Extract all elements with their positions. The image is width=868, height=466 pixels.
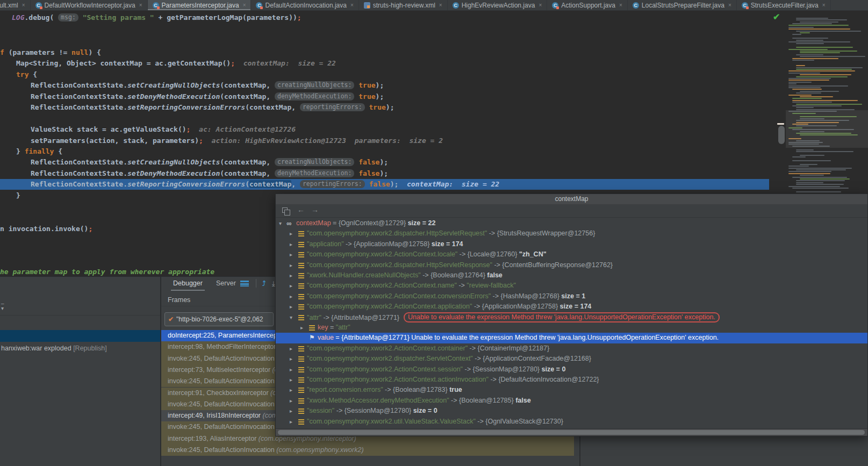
variable-tree-row[interactable]: ▸"com.opensymphony.xwork2.dispatcher.Htt…	[276, 260, 867, 270]
stack-frame-row[interactable]: invoke:245, DefaultActionInvocation (com…	[161, 445, 574, 456]
collapse-icon[interactable]: –▾	[1, 301, 4, 311]
close-tab-icon[interactable]: ×	[350, 2, 354, 8]
variable-tree-row[interactable]: ▸"com.opensymphony.xwork2.ActionContext.…	[276, 302, 867, 312]
server-selected-row[interactable]	[0, 330, 160, 342]
variable-tree-row[interactable]: ▸"com.opensymphony.xwork2.dispatcher.Ser…	[276, 354, 867, 364]
chevron-down-icon[interactable]: ▾	[290, 312, 292, 322]
minimap-code-bar	[796, 149, 814, 150]
chevron-right-icon[interactable]: ▸	[290, 406, 292, 416]
chevron-right-icon[interactable]: ▸	[290, 417, 292, 427]
close-tab-icon[interactable]: ×	[539, 2, 542, 8]
minimap-code-bar	[792, 100, 858, 101]
close-tab-icon[interactable]: ×	[619, 2, 622, 8]
value-icon	[298, 367, 304, 372]
close-tab-icon[interactable]: ×	[822, 2, 826, 8]
variable-tree-row[interactable]: ▸"com.opensymphony.xwork2.util.ValueStac…	[276, 417, 867, 427]
variable-tree-row[interactable]: ▸"xwork.MethodAccessor.denyMethodExecuti…	[276, 396, 867, 406]
show-execution-point-icon[interactable]: ⤴	[262, 279, 266, 288]
tab-server[interactable]: Server	[216, 279, 236, 287]
minimap-code-bar	[800, 175, 824, 176]
minimap-code-bar	[796, 169, 846, 170]
minimap-code-bar	[788, 173, 830, 174]
chevron-right-icon[interactable]: ▸	[290, 291, 292, 302]
chevron-right-icon[interactable]: ▸	[290, 385, 292, 395]
chevron-right-icon[interactable]: ▸	[290, 249, 292, 260]
editor-tab-struts-high-review-xml[interactable]: struts-high-review.xml×	[359, 0, 448, 10]
deployed-artifact-row[interactable]: hanxiweb:war exploded [Republish]	[1, 343, 160, 354]
java-file-icon: C	[552, 2, 558, 9]
variable-tree-row[interactable]: ▸"com.opensymphony.xwork2.ActionContext.…	[276, 291, 867, 302]
close-tab-icon[interactable]: ×	[22, 2, 25, 8]
editor-tab-parametersinterceptor-java[interactable]: CParametersInterceptor.java×	[148, 0, 252, 10]
chevron-right-icon[interactable]: ▸	[290, 354, 292, 364]
forward-icon[interactable]: →	[311, 205, 319, 214]
editor-tab-localstrutspreparefilter-java[interactable]: CLocalStrutsPrepareFilter.java×	[628, 0, 737, 10]
variable-tree-row[interactable]: ▸"com.opensymphony.xwork2.ActionContext.…	[276, 343, 867, 354]
close-tab-icon[interactable]: ×	[243, 2, 246, 8]
chevron-right-icon[interactable]: ▸	[290, 302, 292, 312]
chevron-right-icon[interactable]: ▸	[290, 375, 292, 385]
step-into-icon[interactable]: ⤓	[272, 279, 275, 288]
row-text: "com.opensymphony.xwork2.ActionContext.a…	[307, 302, 591, 312]
row-text: "com.opensymphony.xwork2.dispatcher.Http…	[307, 260, 613, 270]
chevron-right-icon[interactable]: ▸	[290, 281, 292, 291]
code-minimap[interactable]	[786, 11, 868, 193]
chevron-right-icon[interactable]: ▸	[300, 322, 303, 333]
editor-tab-ult-xml[interactable]: ult.xml×	[0, 0, 31, 10]
minimap-code-bar	[792, 160, 831, 161]
minimap-code-bar	[796, 184, 844, 185]
editor-tab-defaultactioninvocation-java[interactable]: CDefaultActionInvocation.java×	[251, 0, 358, 10]
variable-tree-row[interactable]: ▸"xwork.NullHandler.createNullObjects" -…	[276, 270, 867, 281]
minimap-viewport[interactable]	[786, 110, 868, 148]
variable-tree-row[interactable]: ▾∞contextMap = {OgnlContext@12729} size …	[276, 218, 867, 228]
tab-label: StrutsExecuteFilter.java	[751, 2, 819, 9]
minimap-code-bar	[788, 49, 828, 50]
chevron-right-icon[interactable]: ▸	[290, 270, 292, 281]
chevron-right-icon[interactable]: ▸	[290, 364, 292, 375]
row-text: "xwork.NullHandler.createNullObjects" ->…	[307, 270, 503, 281]
view-options-icon[interactable]	[282, 207, 288, 213]
variable-tree-row[interactable]: ▸"com.opensymphony.xwork2.ActionContext.…	[276, 249, 867, 260]
minimap-code-bar	[796, 69, 852, 70]
row-text: "com.opensymphony.xwork2.util.ValueStack…	[307, 417, 563, 427]
variable-tree-row[interactable]: ▸"application" -> {ApplicationMap@12758}…	[276, 239, 867, 249]
variable-tree-row[interactable]: ▸"com.opensymphony.xwork2.dispatcher.Htt…	[276, 228, 867, 239]
chevron-right-icon[interactable]: ▸	[290, 396, 292, 406]
variable-tree-row[interactable]: ▸"session" -> {SessionMap@12780} size = …	[276, 406, 867, 416]
close-tab-icon[interactable]: ×	[439, 2, 442, 8]
variable-tree-row[interactable]: ⚑value = {AttributeMap@12771} Unable to …	[276, 333, 867, 343]
variable-tree-row[interactable]: ▾"attr" -> {AttributeMap@12771}Unable to…	[276, 312, 867, 322]
minimap-code-bar	[800, 164, 817, 165]
thread-selector[interactable]: ✔"http-bio-7026-exec-5"@2,062	[164, 312, 274, 326]
chevron-right-icon[interactable]: ▸	[290, 343, 292, 354]
java-file-icon: C	[633, 2, 639, 9]
variable-tree-row[interactable]: ▸key = "attr"	[276, 322, 867, 333]
back-icon[interactable]: ←	[297, 205, 305, 214]
minimap-code-bar	[800, 32, 810, 33]
variable-tree-row[interactable]: ▸"com.opensymphony.xwork2.ActionContext.…	[276, 281, 867, 291]
tab-debugger[interactable]: Debugger	[173, 279, 203, 287]
editor-tab-actionsupport-java[interactable]: CActionSupport.java×	[547, 0, 628, 10]
chevron-right-icon[interactable]: ▸	[290, 260, 292, 270]
chevron-right-icon[interactable]: ▸	[290, 228, 292, 239]
minimap-code-bar	[796, 19, 847, 20]
editor-tab-highevreviewaction-java[interactable]: CHighEvReviewAction.java×	[448, 0, 548, 10]
row-text: "com.opensymphony.xwork2.dispatcher.Http…	[307, 228, 595, 239]
variable-tree-row[interactable]: ▸"com.opensymphony.xwork2.ActionContext.…	[276, 364, 867, 375]
code-line: LOG.debug( msg: "Setting params " + getP…	[12, 12, 302, 23]
minimap-code-bar	[792, 89, 822, 90]
variable-tree-row[interactable]: ▸"com.opensymphony.xwork2.ActionContext.…	[276, 375, 867, 385]
frame-location: intercept:91, CheckboxInterceptor	[168, 389, 270, 397]
editor-scrollbar-thumb[interactable]	[778, 126, 785, 144]
chevron-down-icon[interactable]: ▾	[279, 218, 282, 228]
popup-title[interactable]: contextMap	[276, 194, 867, 204]
editor-tab-strutsexecutefilter-java[interactable]: CStrutsExecuteFilter.java×	[737, 0, 831, 10]
editor-tab-defaultworkflowinterceptor-java[interactable]: CDefaultWorkflowInterceptor.java×	[31, 0, 148, 10]
chevron-right-icon[interactable]: ▸	[290, 239, 292, 249]
close-tab-icon[interactable]: ×	[728, 2, 731, 8]
value-icon	[298, 242, 304, 247]
layout-settings-icon[interactable]	[240, 281, 249, 286]
variable-tree-row[interactable]: ▸"report.conversion.errors" -> {Boolean@…	[276, 385, 867, 395]
popup-hscrollbar[interactable]	[276, 428, 867, 436]
close-tab-icon[interactable]: ×	[139, 2, 142, 8]
